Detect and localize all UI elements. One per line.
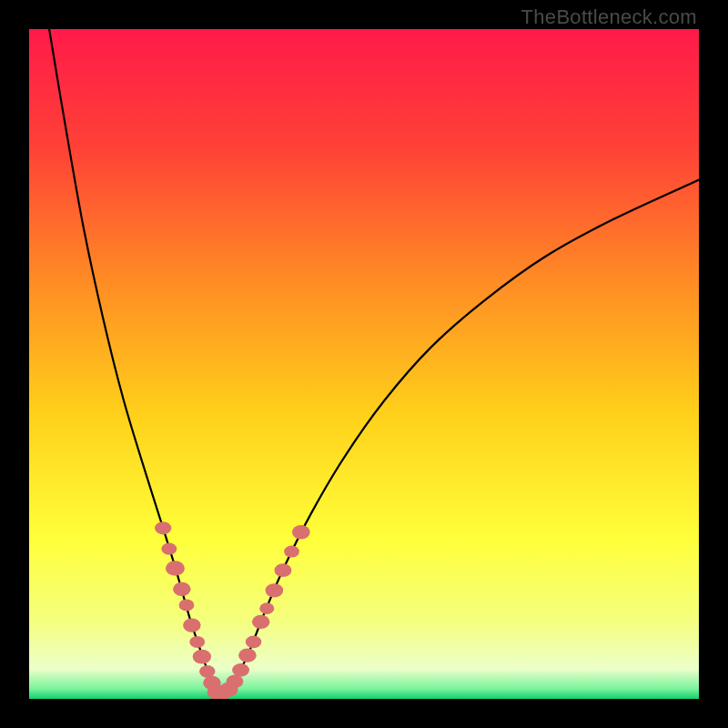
bead <box>259 602 274 614</box>
bead <box>161 543 177 555</box>
bead <box>246 636 261 649</box>
bottleneck-curve <box>49 29 699 694</box>
bead <box>292 525 310 539</box>
bead <box>155 521 171 534</box>
bead <box>179 599 195 611</box>
bead <box>238 649 257 662</box>
bead <box>183 618 201 632</box>
bead <box>275 563 292 577</box>
watermark-text: TheBottleneck.com <box>521 5 697 29</box>
bead <box>189 636 205 648</box>
bead <box>199 665 215 678</box>
bead <box>193 650 211 664</box>
bead <box>284 546 299 558</box>
plot-area <box>29 29 699 699</box>
bead-group <box>155 521 309 699</box>
bead <box>252 615 270 629</box>
curve-layer <box>29 29 699 699</box>
bead <box>266 583 284 597</box>
chart-frame: TheBottleneck.com <box>0 0 728 728</box>
bead <box>232 663 249 677</box>
bead <box>173 582 191 596</box>
bead <box>166 561 185 575</box>
